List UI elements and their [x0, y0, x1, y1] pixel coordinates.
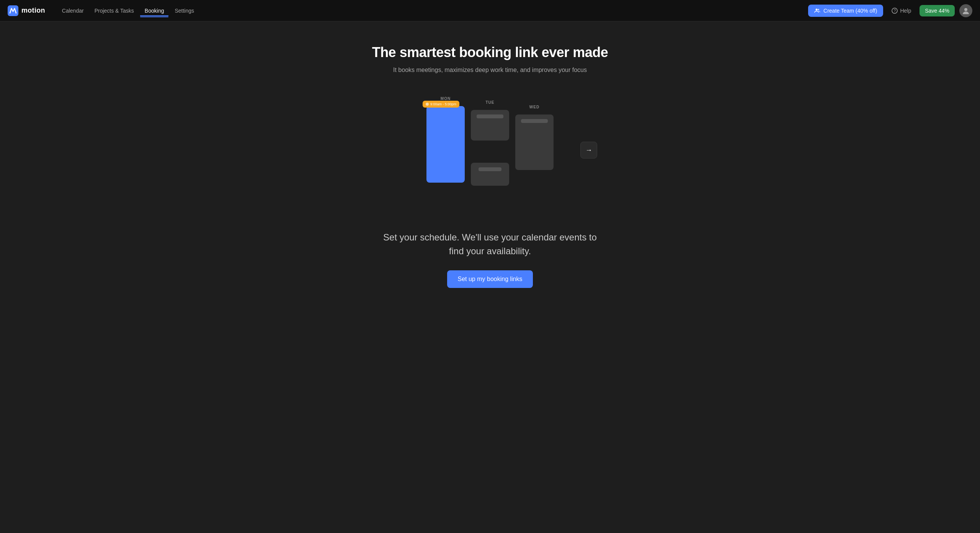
- mon-card-badge: 9:00am - 5:00pm: [423, 101, 459, 108]
- svg-point-1: [816, 8, 818, 10]
- nav-calendar[interactable]: Calendar: [57, 5, 88, 16]
- wed-label: WED: [529, 105, 539, 109]
- arrow-icon: →: [585, 146, 592, 154]
- people-icon: [814, 8, 820, 14]
- cal-tue-column: TUE: [471, 100, 509, 186]
- avatar-icon: [962, 7, 970, 15]
- help-label: Help: [900, 8, 911, 14]
- tue-card-top-bar: [477, 114, 503, 118]
- setup-booking-button[interactable]: Set up my booking links: [447, 270, 533, 288]
- active-underline: [140, 16, 169, 17]
- navbar: motion Calendar Projects & Tasks Booking…: [0, 0, 980, 21]
- nav-booking-wrapper: Booking: [140, 7, 169, 14]
- help-button[interactable]: ? Help: [888, 5, 915, 16]
- hero-title: The smartest booking link ever made: [372, 44, 608, 60]
- main-content: The smartest booking link ever made It b…: [0, 21, 980, 319]
- nav-right: Create Team (40% off) ? Help Save 44%: [808, 4, 972, 17]
- nav-settings[interactable]: Settings: [170, 5, 199, 16]
- tue-card-top: [471, 110, 509, 141]
- create-team-label: Create Team (40% off): [823, 8, 877, 14]
- create-team-button[interactable]: Create Team (40% off): [808, 5, 883, 17]
- tue-label: TUE: [486, 100, 495, 105]
- save-button[interactable]: Save 44%: [920, 5, 955, 16]
- nav-booking[interactable]: Booking: [140, 5, 169, 16]
- tue-card-bottom-bar: [479, 167, 501, 171]
- svg-point-2: [818, 9, 819, 10]
- calendar-illustration: MON 9:00am - 5:00pm TUE WED: [390, 96, 590, 204]
- motion-logo-icon: [8, 5, 18, 16]
- svg-text:?: ?: [894, 9, 896, 13]
- nav-projects-tasks[interactable]: Projects & Tasks: [90, 5, 139, 16]
- arrow-button[interactable]: →: [580, 142, 597, 159]
- mon-badge-text: 9:00am - 5:00pm: [430, 102, 456, 106]
- bottom-text: Set your schedule. We'll use your calend…: [375, 231, 605, 258]
- hero-subtitle: It books meetings, maximizes deep work t…: [393, 67, 587, 74]
- help-icon: ?: [892, 8, 898, 14]
- app-name: motion: [21, 7, 45, 15]
- avatar[interactable]: [959, 4, 972, 17]
- nav-links: Calendar Projects & Tasks Booking Settin…: [57, 5, 799, 16]
- wed-card-bar: [521, 119, 548, 123]
- logo-area[interactable]: motion: [8, 5, 45, 16]
- bottom-section: Set your schedule. We'll use your calend…: [375, 231, 605, 288]
- tue-card-bottom: [471, 163, 509, 186]
- mon-card: 9:00am - 5:00pm: [426, 106, 465, 183]
- cal-mon-column: MON 9:00am - 5:00pm: [426, 96, 465, 183]
- wed-card: [515, 114, 554, 170]
- mon-label: MON: [441, 96, 451, 101]
- svg-point-5: [964, 8, 967, 11]
- cal-wed-column: WED: [515, 105, 554, 170]
